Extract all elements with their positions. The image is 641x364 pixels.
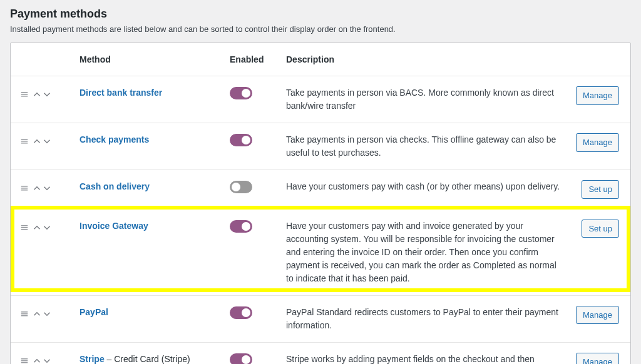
table-row: Direct bank transferTake payments in per… <box>11 76 630 123</box>
method-link[interactable]: Invoice Gateway <box>79 221 148 231</box>
description-cell: Have your customers pay with cash (or by… <box>280 170 570 210</box>
enabled-toggle[interactable] <box>230 220 252 233</box>
svg-rect-6 <box>21 186 28 187</box>
description-text: Stripe works by adding payment fields on… <box>286 353 563 365</box>
table-row: Invoice GatewayHave your customers pay w… <box>11 209 630 295</box>
manage-button[interactable]: Manage <box>576 133 619 152</box>
enabled-toggle[interactable] <box>230 306 252 319</box>
method-suffix: – Credit Card (Stripe) <box>105 354 190 364</box>
enabled-toggle[interactable] <box>230 134 252 146</box>
manage-button[interactable]: Manage <box>576 306 619 325</box>
drag-handle-icon[interactable] <box>21 357 28 364</box>
description-cell: Have your customers pay with and invoice… <box>280 209 570 295</box>
svg-rect-10 <box>21 227 28 228</box>
col-enabled-header: Enabled <box>223 43 280 76</box>
enabled-cell <box>223 170 280 210</box>
move-up-icon[interactable] <box>33 91 41 98</box>
move-up-icon[interactable] <box>33 357 41 364</box>
method-link[interactable]: Stripe <box>79 354 105 364</box>
method-link[interactable]: Direct bank transfer <box>79 88 162 98</box>
svg-rect-7 <box>21 188 28 189</box>
description-segment: PayPal Standard redirects customers to P… <box>286 307 558 330</box>
method-cell: Direct bank transfer <box>73 76 223 123</box>
drag-handle-icon[interactable] <box>21 185 28 192</box>
svg-rect-12 <box>21 311 28 312</box>
method-link[interactable]: Cash on delivery <box>79 181 150 191</box>
setup-button[interactable]: Set up <box>582 220 619 238</box>
enabled-toggle[interactable] <box>230 87 252 99</box>
table-row: Stripe – Credit Card (Stripe)Stripe work… <box>11 342 630 364</box>
enabled-cell <box>223 295 280 342</box>
drag-handle-icon[interactable] <box>21 91 28 98</box>
sort-cell <box>11 123 73 170</box>
description-cell: Take payments in person via BACS. More c… <box>280 76 570 123</box>
move-down-icon[interactable] <box>43 224 51 231</box>
table-row: Cash on deliveryHave your customers pay … <box>11 170 630 210</box>
method-link[interactable]: Check payments <box>79 134 149 144</box>
svg-rect-5 <box>21 143 28 144</box>
move-up-icon[interactable] <box>33 310 41 318</box>
method-cell: Invoice Gateway <box>73 209 223 295</box>
svg-rect-11 <box>21 229 28 230</box>
move-down-icon[interactable] <box>43 138 51 145</box>
description-text: Take payments in person via checks. This… <box>286 133 563 159</box>
col-description-header: Description <box>280 43 570 76</box>
move-up-icon[interactable] <box>33 185 41 192</box>
description-cell: Take payments in person via checks. This… <box>280 123 570 170</box>
move-up-icon[interactable] <box>33 224 41 231</box>
enabled-cell <box>223 76 280 123</box>
manage-button[interactable]: Manage <box>576 353 619 365</box>
description-segment: Have your customers pay with cash (or by… <box>286 181 560 191</box>
sort-cell <box>11 76 73 123</box>
enabled-toggle[interactable] <box>230 181 252 193</box>
col-sort-header <box>11 43 73 76</box>
method-cell: Stripe – Credit Card (Stripe) <box>73 342 223 364</box>
move-down-icon[interactable] <box>43 357 51 364</box>
action-cell: Manage <box>570 342 630 364</box>
sort-cell <box>11 170 73 210</box>
manage-button[interactable]: Manage <box>576 86 619 105</box>
svg-rect-17 <box>21 362 28 363</box>
action-cell: Manage <box>570 123 630 170</box>
table-row: PayPalPayPal Standard redirects customer… <box>11 295 630 342</box>
svg-rect-3 <box>21 139 28 140</box>
payment-methods-table: Method Enabled Description Direct bank t… <box>11 43 630 364</box>
svg-rect-2 <box>21 96 28 97</box>
section-title: Payment methods <box>10 8 631 21</box>
drag-handle-icon[interactable] <box>21 224 28 231</box>
description-cell: PayPal Standard redirects customers to P… <box>280 295 570 342</box>
sort-cell <box>11 209 73 295</box>
drag-handle-icon[interactable] <box>21 138 28 145</box>
action-cell: Set up <box>570 170 630 210</box>
col-action-header <box>570 43 630 76</box>
enabled-toggle[interactable] <box>230 353 252 364</box>
description-segment: Have your customers pay with and invoice… <box>286 221 556 283</box>
move-down-icon[interactable] <box>43 185 51 192</box>
move-up-icon[interactable] <box>33 138 41 145</box>
description-text: Take payments in person via BACS. More c… <box>286 86 563 113</box>
svg-rect-0 <box>21 93 28 93</box>
description-segment: Stripe works by adding payment fields on… <box>286 354 535 365</box>
action-cell: Manage <box>570 76 630 123</box>
enabled-cell <box>223 209 280 295</box>
sort-cell <box>11 342 73 364</box>
description-segment: Take payments in person via checks. This… <box>286 134 556 158</box>
enabled-cell <box>223 123 280 170</box>
method-link[interactable]: PayPal <box>79 307 108 317</box>
enabled-cell <box>223 342 280 364</box>
method-cell: PayPal <box>73 295 223 342</box>
action-cell: Set up <box>570 209 630 295</box>
move-down-icon[interactable] <box>43 91 51 98</box>
setup-button[interactable]: Set up <box>582 180 619 199</box>
description-text: Have your customers pay with and invoice… <box>286 220 563 285</box>
col-method-header: Method <box>73 43 223 76</box>
svg-rect-8 <box>21 190 28 191</box>
drag-handle-icon[interactable] <box>21 310 28 318</box>
action-cell: Manage <box>570 295 630 342</box>
sort-cell <box>11 295 73 342</box>
svg-rect-16 <box>21 360 28 361</box>
svg-rect-14 <box>21 315 28 316</box>
method-cell: Cash on delivery <box>73 170 223 210</box>
description-segment: Take payments in person via BACS. More c… <box>286 88 554 111</box>
move-down-icon[interactable] <box>43 310 51 318</box>
